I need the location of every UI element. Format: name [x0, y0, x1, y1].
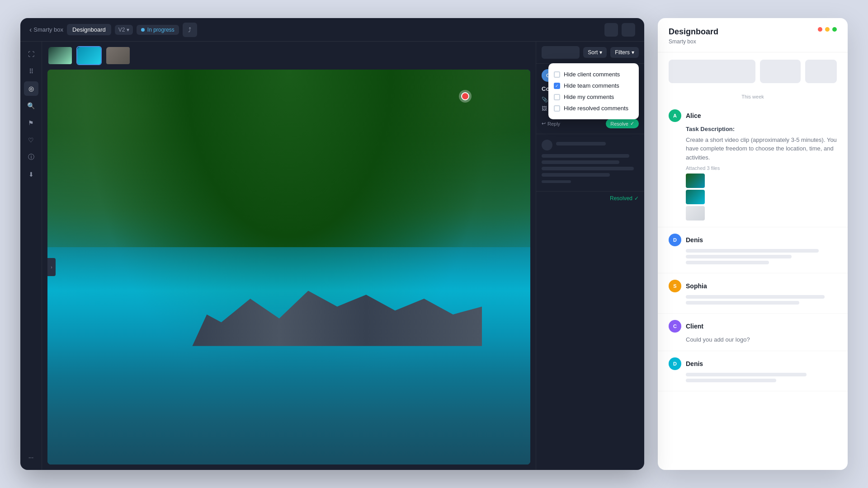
- attached-thumbnails: [686, 174, 837, 221]
- smarty-box-label: Smarty box: [669, 38, 718, 45]
- resolved-icon: ✓: [634, 195, 639, 202]
- feed-author-alice: Alice: [686, 112, 701, 119]
- resolve-label: Resolve: [610, 121, 628, 127]
- r-skel-3: [686, 261, 769, 264]
- filter-hide-resolved[interactable]: Hide resolved comments: [554, 103, 633, 114]
- reply-icon: ↩: [542, 121, 546, 127]
- view-toggle-2[interactable]: [622, 23, 635, 37]
- filter-hide-client[interactable]: Hide client comments: [554, 69, 633, 80]
- mini-card-1[interactable]: [669, 60, 755, 83]
- filter-checkbox-my[interactable]: [554, 94, 560, 100]
- r-skel-denis2-2: [686, 379, 776, 382]
- sort-chevron: ▾: [599, 49, 602, 56]
- version-badge[interactable]: V2 ▾: [115, 25, 133, 35]
- window-dot-green[interactable]: [832, 27, 837, 32]
- flag-icon[interactable]: ⚑: [24, 116, 38, 130]
- right-sidebar-header: Designboard Smarty box: [658, 18, 848, 52]
- pin-marker[interactable]: [459, 90, 472, 103]
- feed-avatar-sophia: S: [669, 280, 681, 292]
- window-dot-yellow[interactable]: [825, 27, 830, 32]
- thumbnails-strip: [42, 42, 536, 70]
- attached-thumb-2: [686, 190, 705, 204]
- r-skel-2: [686, 255, 792, 258]
- skeleton-line-4: [542, 167, 634, 170]
- more-icon[interactable]: ···: [24, 450, 38, 465]
- filter-hide-my[interactable]: Hide my comments: [554, 91, 633, 103]
- canvas-image: ›: [47, 70, 530, 465]
- pin-inner: [461, 92, 469, 100]
- attached-thumb-1: [686, 174, 705, 188]
- grid-icon[interactable]: ⠿: [24, 64, 38, 79]
- target-icon[interactable]: ◎: [24, 81, 38, 96]
- main-wrapper: Smarty box Designboard V2 ▾ In progress …: [20, 18, 848, 470]
- comments-panel: Sort ▾ Filters ▾ Hide client comments: [536, 42, 644, 470]
- filters-button[interactable]: Filters ▾: [610, 47, 639, 58]
- reply-label: Reply: [547, 121, 560, 127]
- attached-files-label: Attached 3 files: [686, 165, 837, 171]
- zoom-icon[interactable]: 🔍: [24, 99, 38, 113]
- filter-label-client: Hide client comments: [564, 71, 620, 78]
- window-dot-red[interactable]: [818, 27, 822, 32]
- skeleton-avatar: [542, 140, 552, 150]
- feed-item-alice: A Alice Task Description: Create a short…: [658, 103, 848, 227]
- feed-item-client: C Client Could you add our logo?: [658, 314, 848, 351]
- breadcrumb-back[interactable]: Smarty box: [29, 26, 63, 34]
- skeleton-line-2: [542, 154, 629, 158]
- thumbnail-2[interactable]: [76, 46, 102, 65]
- feed-item-denis-2: D Denis: [658, 351, 848, 391]
- resolved-text: Resolved: [610, 195, 632, 202]
- filter-hide-team[interactable]: ✓ Hide team comments: [554, 80, 633, 91]
- r-skel-sophia-2: [686, 301, 799, 305]
- feed-item-header-client: C Client: [669, 320, 837, 333]
- heart-icon[interactable]: ♡: [24, 133, 38, 147]
- canvas-expand-button[interactable]: ›: [47, 258, 56, 276]
- feed-author-denis-2: Denis: [686, 360, 703, 367]
- feed-avatar-denis-2: D: [669, 357, 681, 370]
- skeleton-line-3: [542, 160, 619, 164]
- pin-outer: [459, 90, 472, 103]
- thumbnail-1[interactable]: [47, 46, 73, 65]
- filter-checkbox-client[interactable]: [554, 71, 560, 78]
- search-bar[interactable]: [542, 46, 580, 59]
- filters-dropdown: Hide client comments ✓ Hide team comment…: [548, 63, 639, 119]
- top-bar: Smarty box Designboard V2 ▾ In progress …: [20, 18, 644, 42]
- attached-thumb-3: [686, 206, 705, 221]
- filter-checkbox-resolved[interactable]: [554, 105, 560, 112]
- reply-button[interactable]: ↩ Reply: [542, 121, 560, 127]
- feed-avatar-client: C: [669, 320, 681, 333]
- feed-item-sophia: S Sophia: [658, 273, 848, 314]
- r-skel-1: [686, 249, 819, 253]
- task-title: Task Description:: [686, 125, 837, 134]
- feed-author-client: Client: [686, 323, 703, 330]
- sort-button[interactable]: Sort ▾: [583, 47, 607, 58]
- r-skel-sophia-1: [686, 295, 825, 299]
- r-skel-denis2-1: [686, 373, 807, 376]
- feed-item-header-alice: A Alice: [669, 109, 837, 122]
- expand-icon[interactable]: ⛶: [24, 47, 38, 61]
- filter-checkbox-team[interactable]: ✓: [554, 83, 560, 89]
- window-controls: [818, 27, 837, 32]
- active-tab[interactable]: Designboard: [67, 24, 111, 35]
- thumbnail-3[interactable]: [105, 46, 131, 65]
- view-toggle-1[interactable]: [604, 23, 618, 37]
- feed-item-denis-1: D Denis: [658, 227, 848, 273]
- filter-label-my: Hide my comments: [564, 94, 614, 100]
- feed-avatar-denis-1: D: [669, 234, 681, 246]
- sort-label: Sort: [588, 49, 598, 56]
- status-dot: [141, 28, 145, 32]
- download-icon[interactable]: ⬇: [24, 167, 38, 182]
- top-bar-right: [604, 23, 635, 37]
- share-button[interactable]: ⤴: [183, 23, 197, 37]
- right-sidebar: Designboard Smarty box This week A Alice: [658, 18, 848, 470]
- filter-label-resolved: Hide resolved comments: [564, 105, 628, 112]
- feed-task-title: Task Description: Create a short video c…: [686, 125, 837, 162]
- resolve-button[interactable]: Resolve ✓: [606, 119, 639, 128]
- section-divider: This week: [658, 90, 848, 103]
- info-icon[interactable]: ⓘ: [24, 150, 38, 164]
- content-area: ⛶ ⠿ ◎ 🔍 ⚑ ♡ ⓘ ⬇ ···: [20, 42, 644, 470]
- mini-card-3[interactable]: [805, 60, 837, 83]
- skeleton-comment-1: [536, 134, 644, 192]
- sidebar-icons: ⛶ ⠿ ◎ 🔍 ⚑ ♡ ⓘ ⬇ ···: [20, 42, 42, 470]
- canvas-area: ›: [42, 42, 536, 470]
- mini-card-2[interactable]: [760, 60, 801, 83]
